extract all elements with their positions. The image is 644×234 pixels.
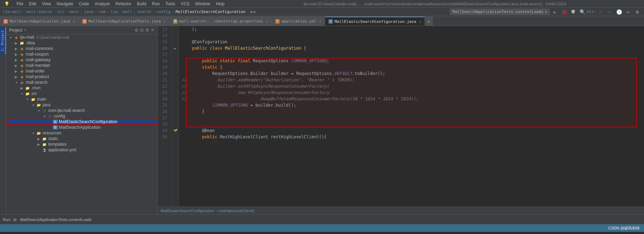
git-clock[interactable]: 🕐 (615, 8, 623, 16)
menu-help[interactable]: Help (213, 1, 227, 6)
bc-java[interactable]: java (84, 10, 94, 14)
sidebar-icons: ⊕ ⊟ ⚙ ✕ (135, 27, 155, 33)
gutter-29: 🌱 (172, 127, 179, 134)
tree-mall-elastic-search-configuration[interactable]: C MallElasticSearchConfiguration (6, 119, 157, 125)
debug-button[interactable]: 🐞 (560, 8, 568, 16)
collapse-all-icon[interactable]: ⊟ (140, 27, 144, 33)
tree-mall-coupon[interactable]: ▶ ◉ mall-coupon (6, 51, 157, 57)
tree-mall-order[interactable]: ▶ ◉ mall-order (6, 68, 157, 74)
menu-window[interactable]: Window (192, 1, 213, 6)
tree-mall-commons[interactable]: ▶ ◉ mall-commons (6, 46, 157, 51)
menu-navigate[interactable]: Navigate (54, 1, 76, 6)
menu-build[interactable]: Build (134, 1, 149, 6)
run-gutter-icon[interactable]: ▶ (174, 46, 176, 51)
tree-item-label: mall-coupon (26, 52, 49, 57)
code-content[interactable]: ); @Configuration public class MallElast… (179, 26, 644, 214)
git-undo[interactable]: ↩ (624, 8, 632, 16)
tree-item-label: src (31, 91, 37, 96)
tab-mall-elastic-search-configuration[interactable]: C MallElasticSearchConfiguration.java ✕ (325, 17, 425, 26)
tree-static[interactable]: ▶ 📁 static (6, 136, 157, 141)
tab-close-icon[interactable]: ✕ (319, 19, 321, 23)
bc-src[interactable]: src (57, 10, 64, 14)
tab-close-icon[interactable]: ✕ (164, 19, 166, 23)
bc-project[interactable]: ljw-mall (3, 10, 21, 14)
tree-application-yml[interactable]: 🍃 application.yml (6, 147, 157, 153)
tab-bootstrap-properties[interactable]: P mall-search\...\bootstrap.properties ✕ (170, 17, 272, 26)
menu-file[interactable]: File (14, 1, 26, 6)
bc-ljw[interactable]: ljw (111, 10, 118, 14)
tree-mall-search-application[interactable]: C MallSearchApplication (6, 125, 157, 130)
bc-mall[interactable]: mall (123, 10, 132, 14)
tree-resources[interactable]: ▾ 📂 resources (6, 130, 157, 136)
menu-run[interactable]: Run (149, 1, 163, 6)
gutter-13 (172, 26, 179, 32)
menu-analyze[interactable]: Analyze (92, 1, 113, 6)
bc-nav-forward[interactable]: ▶ (254, 10, 256, 14)
tree-main[interactable]: ▾ 📁 main (6, 96, 157, 102)
menu-code[interactable]: Code (76, 1, 92, 6)
git-check2[interactable]: ✓ (606, 8, 614, 16)
source-root-icon: 📂 (36, 102, 42, 107)
code-line-19: static { (182, 64, 641, 70)
git-check1[interactable]: ✓ (597, 8, 605, 16)
tab-close-icon[interactable]: ✕ (266, 19, 268, 23)
project-tab[interactable]: 1: Project (0, 27, 6, 54)
main-layout: 1: Project Project ▾ ⊕ ⊟ ⚙ ✕ ▾ ◉ ljw-mal… (0, 26, 644, 214)
tree-idea[interactable]: ▶ 📁 .idea (6, 40, 157, 46)
ide-settings[interactable]: ⚙ (633, 8, 641, 16)
bc-search[interactable]: search (137, 10, 151, 14)
menu-view[interactable]: View (39, 1, 54, 6)
tab-label: MallSearchApplicationTests.java (88, 19, 161, 24)
settings-icon[interactable]: ⚙ (145, 27, 149, 33)
close-sidebar-icon[interactable]: ✕ (151, 27, 155, 33)
tree-mvn[interactable]: ▶ 📁 .mvn (6, 85, 157, 91)
tree-package[interactable]: ▾ ⬡ com.ljw.mall.search (6, 108, 157, 113)
gutter-20 (172, 70, 179, 77)
bc-main[interactable]: main (70, 10, 79, 14)
tab-more[interactable]: » (425, 17, 432, 26)
tree-item-label: java (43, 102, 50, 107)
expand-arrow: ▶ (19, 86, 25, 90)
tree-java[interactable]: ▾ 📂 java (6, 102, 157, 108)
tree-src[interactable]: ▾ 📁 src (6, 91, 157, 96)
locate-icon[interactable]: ⊕ (135, 27, 138, 33)
run-button[interactable]: ▶ (551, 8, 559, 16)
bc-class[interactable]: MallElasticSearchConfiguration (176, 10, 246, 14)
bean-gutter-icon[interactable]: 🌱 (173, 129, 177, 133)
bc-nav-back[interactable]: ◀ (250, 10, 252, 14)
tree-item-label: config (54, 114, 65, 119)
menu-edit[interactable]: Edit (26, 1, 39, 6)
bc-com[interactable]: com (99, 10, 106, 14)
tree-mall-member[interactable]: ▶ ◉ mall-member (6, 63, 157, 68)
tree-templates[interactable]: ▶ 📁 templates (6, 141, 157, 147)
expand-arrow: ▶ (13, 47, 19, 51)
menu-refactor[interactable]: Refactor (113, 1, 134, 6)
package-icon: ⬡ (42, 108, 47, 113)
coverage-button[interactable]: ⛊ (569, 8, 577, 16)
code-editor[interactable]: 13 14 15 16 17 18 19 20 21 22 23 24 25 2… (158, 26, 644, 214)
tree-root[interactable]: ▾ ◉ ljw-mall D:\JavaCode\ljw-mall (6, 34, 157, 40)
search-button[interactable]: 🔍 (579, 8, 586, 16)
status-right: CSDN @硕风和炜 (608, 226, 640, 231)
tree-mall-product[interactable]: ▶ ◉ mall-product (6, 74, 157, 80)
gutter-25 (172, 102, 179, 108)
tab-close-icon[interactable]: ✕ (73, 19, 75, 23)
expand-arrow: ▾ (36, 109, 42, 113)
module-icon: ◉ (13, 35, 19, 40)
resources-icon: 📂 (36, 131, 42, 135)
module-icon: ◉ (19, 63, 25, 68)
expand-arrow: ▶ (13, 64, 19, 68)
tree-config[interactable]: ▾ ⬡ config (6, 113, 157, 119)
tab-close-icon[interactable]: ✕ (419, 20, 421, 24)
gutter-22 (172, 83, 179, 89)
run-config-selector[interactable]: MallSearchApplicationTests.contextLoads … (450, 9, 550, 15)
bc-module[interactable]: mall-search (27, 10, 52, 14)
tree-mall-gateway[interactable]: ▶ ◉ mall-gateway (6, 57, 157, 63)
menu-vcs[interactable]: VCS (178, 1, 193, 6)
tab-mall-search-application[interactable]: C MallSearchApplication.java ✕ (0, 17, 79, 26)
menu-tools[interactable]: Tools (163, 1, 178, 6)
tab-mall-search-application-tests[interactable]: T MallSearchApplicationTests.java ✕ (79, 17, 169, 26)
tab-application-yml[interactable]: Y application.yml ✕ (272, 17, 325, 26)
tree-mall-search[interactable]: ▾ ◉ mall-search (6, 80, 157, 85)
bc-config[interactable]: config (156, 10, 170, 14)
